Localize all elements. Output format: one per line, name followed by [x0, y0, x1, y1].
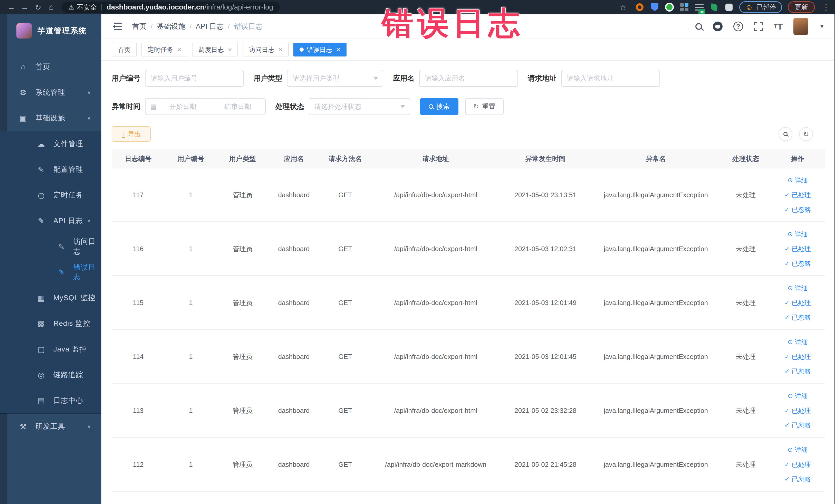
- app-name-input[interactable]: [419, 70, 518, 87]
- export-button[interactable]: ↓ 导出: [111, 126, 151, 142]
- refresh-table-button[interactable]: ↻: [799, 127, 813, 141]
- toggle-search-button[interactable]: [778, 127, 792, 141]
- ignored-link[interactable]: ✓已忽略: [785, 475, 811, 484]
- check-icon: ✓: [785, 244, 790, 253]
- sidebar-item-home[interactable]: ⌂ 首页: [0, 54, 101, 80]
- menu-label: Redis 监控: [54, 319, 90, 328]
- page-tag-访问日志[interactable]: 访问日志 ×: [243, 43, 288, 57]
- processed-link[interactable]: ✓已处理: [785, 406, 811, 415]
- end-date-placeholder[interactable]: 结束日期: [215, 102, 261, 111]
- page-tag-首页[interactable]: 首页: [111, 43, 137, 57]
- ignored-link[interactable]: ✓已忽略: [785, 421, 811, 430]
- bookmark-star-icon[interactable]: ☆: [616, 3, 629, 12]
- extension-leaf-icon[interactable]: [710, 3, 719, 12]
- reload-icon[interactable]: ↻: [31, 3, 45, 12]
- search-button[interactable]: 搜索: [420, 98, 459, 115]
- filter-app-name: 应用名: [393, 70, 518, 87]
- cell-method: GET: [320, 190, 371, 200]
- security-label[interactable]: 不安全: [77, 3, 97, 12]
- close-icon[interactable]: ×: [177, 46, 181, 54]
- detail-link[interactable]: ⊙详细: [788, 176, 808, 185]
- cell-user-id: 1: [165, 190, 217, 200]
- page-tag-调度日志[interactable]: 调度日志 ×: [192, 43, 238, 57]
- user-avatar[interactable]: [793, 18, 808, 35]
- processed-link[interactable]: ✓已处理: [785, 460, 811, 469]
- sidebar-item-dev-tools[interactable]: ⚒ 研发工具 ∨: [0, 414, 101, 439]
- extension-shield-icon[interactable]: [650, 3, 659, 12]
- sidebar-item-api-log[interactable]: ✎ API 日志 ∧: [0, 208, 101, 234]
- ignored-link[interactable]: ✓已忽略: [785, 313, 811, 322]
- ignored-link[interactable]: ✓已忽略: [785, 259, 811, 268]
- extension-orange-icon[interactable]: [635, 3, 644, 12]
- detail-link[interactable]: ⊙详细: [788, 284, 808, 293]
- fullscreen-icon[interactable]: [754, 22, 763, 31]
- close-icon[interactable]: ×: [228, 46, 232, 54]
- sidebar-item-job[interactable]: ◷ 定时任务: [0, 182, 101, 208]
- sidebar-item-redis[interactable]: ▩ Redis 监控: [0, 311, 101, 336]
- reset-button[interactable]: ↻ 重置: [465, 98, 504, 115]
- extension-grid-icon[interactable]: [680, 3, 689, 12]
- processed-link[interactable]: ✓已处理: [785, 352, 811, 361]
- sidebar-item-infra[interactable]: ▣ 基础设施 ∧: [0, 105, 101, 131]
- home-icon[interactable]: ⌂: [45, 3, 58, 12]
- close-icon[interactable]: ×: [337, 46, 340, 54]
- paused-badge[interactable]: ☺ 已暂停: [739, 1, 782, 13]
- table-row: 116 1 管理员 dashboard GET /api/infra/db-do…: [111, 222, 825, 276]
- detail-link[interactable]: ⊙详细: [788, 391, 808, 401]
- breadcrumb-item[interactable]: API 日志: [196, 22, 224, 31]
- github-icon[interactable]: [713, 22, 722, 31]
- help-icon[interactable]: ?: [733, 22, 743, 31]
- sidebar-item-mysql[interactable]: ▦ MySQL 监控: [0, 285, 101, 311]
- tags-bar: 首页 定时任务 × 调度日志 × 访问日志 × 错误日志 ×: [101, 39, 835, 61]
- process-status-select[interactable]: [309, 98, 410, 115]
- font-size-icon[interactable]: TT: [774, 22, 782, 32]
- sidebar-item-log-center[interactable]: ▤ 日志中心: [0, 388, 101, 414]
- user-id-input[interactable]: [145, 70, 244, 87]
- detail-link[interactable]: ⊙详细: [788, 230, 808, 239]
- check-icon: ✓: [785, 205, 790, 214]
- breadcrumb-item[interactable]: 基础设施: [157, 22, 186, 31]
- sidebar-item-config[interactable]: ✎ 配置管理: [0, 157, 101, 182]
- sidebar-item-system[interactable]: ⚙ 系统管理 ∨: [0, 80, 101, 105]
- column-header: 日志编号: [111, 154, 165, 163]
- logo-row[interactable]: 芋道管理系统: [0, 14, 101, 47]
- sidebar-collapse-icon[interactable]: [111, 22, 122, 31]
- avatar-caret-icon[interactable]: ▼: [819, 23, 825, 30]
- processed-link[interactable]: ✓已处理: [785, 298, 811, 307]
- update-button[interactable]: 更新: [788, 1, 815, 13]
- menu-label: 系统管理: [36, 87, 65, 97]
- breadcrumb-item[interactable]: 首页: [132, 22, 147, 31]
- close-icon[interactable]: ×: [279, 46, 282, 54]
- menu-label: MySQL 监控: [54, 293, 96, 303]
- ignored-link[interactable]: ✓已忽略: [785, 205, 811, 214]
- detail-link[interactable]: ⊙详细: [788, 445, 808, 455]
- address-bar[interactable]: ⚠ 不安全 dashboard.yudao.iocoder.cn/infra/l…: [62, 2, 280, 13]
- ignored-link[interactable]: ✓已忽略: [785, 367, 811, 376]
- request-url-input[interactable]: [561, 70, 660, 87]
- edit-icon: ✎: [36, 217, 46, 225]
- detail-link[interactable]: ⊙详细: [788, 338, 808, 347]
- error-log-table: 日志编号用户编号用户类型应用名请求方法名请求地址异常发生时间异常名处理状态操作 …: [111, 149, 825, 492]
- sidebar-item-file[interactable]: ☁ 文件管理: [0, 131, 101, 157]
- date-range-picker[interactable]: ▦ 开始日期 - 结束日期: [145, 98, 266, 115]
- cell-exception-name: java.lang.IllegalArgumentException: [590, 460, 721, 469]
- extension-switch-icon[interactable]: on: [695, 3, 704, 12]
- start-date-placeholder[interactable]: 开始日期: [160, 102, 206, 111]
- check-icon: ✓: [785, 298, 790, 307]
- sidebar-item-trace[interactable]: ◎ 链路追踪: [0, 362, 101, 388]
- page-tag-错误日志[interactable]: 错误日志 ×: [293, 43, 347, 57]
- back-icon[interactable]: ←: [5, 3, 18, 12]
- sidebar-item-access-log[interactable]: ✎ 访问日志: [0, 234, 101, 259]
- url-text[interactable]: dashboard.yudao.iocoder.cn/infra/log/api…: [106, 3, 273, 11]
- browser-menu-icon[interactable]: ⋮: [822, 2, 830, 12]
- user-type-select[interactable]: [287, 70, 383, 87]
- processed-link[interactable]: ✓已处理: [785, 190, 811, 200]
- extension-puzzle-icon[interactable]: [725, 3, 734, 12]
- forward-icon[interactable]: →: [18, 3, 31, 12]
- extension-green-icon[interactable]: [665, 3, 674, 12]
- search-icon[interactable]: [695, 23, 702, 30]
- processed-link[interactable]: ✓已处理: [785, 244, 811, 254]
- sidebar-item-java[interactable]: ▢ Java 监控: [0, 336, 101, 362]
- page-tag-定时任务[interactable]: 定时任务 ×: [141, 43, 187, 57]
- sidebar-item-error-log[interactable]: ✎ 错误日志: [0, 259, 101, 285]
